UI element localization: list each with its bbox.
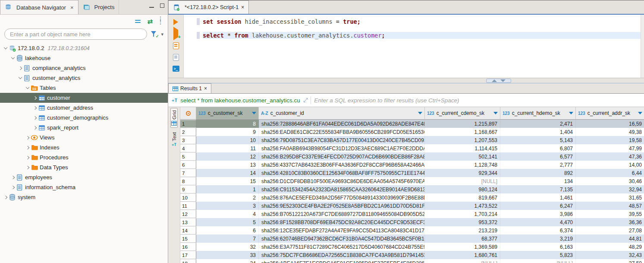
grid-cell[interactable]: sha256:EAD8E61C8C22E555834FBBA9B60556CB2… (259, 128, 425, 136)
chevron-right-icon[interactable] (32, 127, 38, 129)
grid-cell[interactable]: 5,143 (500, 136, 576, 144)
tree-item-customer-analytics[interactable]: customer_analytics (0, 73, 168, 83)
grid-cell[interactable]: 6,163 (500, 243, 576, 251)
grid-cell[interactable]: sha256:876ACE5EFED349A2D56F77D5084891433… (259, 193, 425, 202)
row-number[interactable]: 16 (180, 243, 196, 251)
row-number[interactable]: 6 (180, 161, 196, 169)
grid-cell[interactable]: 14 (196, 169, 259, 177)
grid-cell[interactable]: 13 (196, 161, 259, 169)
chevron-down-icon[interactable] (17, 77, 23, 79)
grid-cell[interactable]: 213,219 (425, 226, 500, 234)
table-row[interactable]: 18sha256:72888646ABF61FA044EDEC061D6DA5A… (180, 120, 644, 128)
grid-cell[interactable]: 9 (196, 128, 259, 136)
grid-cell[interactable]: 819,667 (425, 193, 500, 202)
chevron-right-icon[interactable] (10, 186, 16, 189)
table-row[interactable]: 29sha256:EAD8E61C8C22E555834FBBA9B60556C… (180, 128, 644, 136)
grid-cell[interactable]: 1,114,415 (425, 144, 500, 152)
view-menu-icon[interactable]: ⁞⁞ (160, 18, 162, 24)
tree-item-employees[interactable]: employees (0, 172, 168, 182)
grid-cell[interactable]: sha256:B295D8FC337E9E4FECD0725D907ACD6B6… (259, 152, 425, 161)
code-line[interactable] (184, 25, 641, 32)
grid-cell[interactable]: 68,377 (425, 234, 500, 243)
row-number[interactable]: 2 (180, 128, 196, 136)
execute-statement-icon[interactable] (173, 19, 178, 25)
grid-cell[interactable]: 953,372 (425, 218, 500, 226)
table-row[interactable]: 146sha256:12CE35EFDABF272A4A47E9FA9CC5D4… (180, 226, 644, 234)
chevron-right-icon[interactable] (25, 136, 31, 139)
grid-cell[interactable]: [NULL] (425, 259, 500, 263)
row-number[interactable]: 9 (180, 185, 196, 193)
tab-sql-script[interactable]: *<172.18.0.2> Script-1 × (168, 0, 249, 14)
grid-cell[interactable]: 1,404 (500, 128, 576, 136)
chevron-down-icon[interactable] (25, 87, 31, 89)
grid-cell[interactable]: sha256:75DC7FCB6686EDA72565C1B838CA7FC43… (259, 251, 425, 259)
grid-cell[interactable]: 39,55 (576, 210, 644, 218)
column-header-c_current_cdemo_sk[interactable]: 123c_current_cdemo_sk (425, 107, 500, 120)
table-row[interactable]: 815sha256:D1CDF8DBB10F500EA9693C86DE6DEA… (180, 177, 644, 185)
grid-cell[interactable]: 47,36 (576, 152, 644, 161)
grid-cell[interactable]: sha256:E3A77511F81C7289C76C4065217D5D406… (259, 243, 425, 251)
maximize-icon[interactable] (160, 3, 164, 8)
tree-item-customer-demographics[interactable]: customer_demographics (0, 113, 168, 123)
grid-cell[interactable]: 32 (196, 243, 259, 251)
grid-cell[interactable]: sha256:D1CDF8DBB10F500EA9693C86DE6DEAA05… (259, 177, 425, 185)
grid-cell[interactable]: 134 (500, 177, 576, 185)
chevron-down-icon[interactable] (3, 48, 9, 49)
tab-results-1[interactable]: Results 1 × (168, 83, 211, 93)
row-number[interactable]: 4 (180, 144, 196, 152)
row-number[interactable]: 5 (180, 152, 196, 161)
row-number[interactable]: 11 (180, 202, 196, 210)
grid-cell[interactable]: sha256:FA0ABB6943B98054FC31D12D3E3AEC689… (259, 144, 425, 152)
table-row[interactable]: 1834sha256:ABEA16E7E1ECBDCA6E01CE1095D84… (180, 259, 644, 263)
grid-cell[interactable]: 47,99 (576, 144, 644, 152)
row-number[interactable]: 12 (180, 210, 196, 218)
row-number[interactable]: 18 (180, 259, 196, 263)
collapse-down-icon[interactable] (500, 79, 506, 82)
link-with-editor-icon[interactable]: ⇄ (148, 18, 153, 25)
code-line[interactable]: select * from lakehouse.customer_analyti… (184, 32, 641, 39)
presentation-tab-grid[interactable]: Grid (170, 108, 178, 128)
chevron-right-icon[interactable] (25, 146, 31, 149)
grid-cell[interactable]: sha256:12CE35EFDABF272A4A47E9FA9CC5D4113… (259, 226, 425, 234)
presentation-tab-text[interactable]: Text «T (171, 130, 177, 149)
code-line[interactable]: set session hide_inaccessible_columns = … (184, 18, 641, 25)
row-number[interactable]: 10 (180, 193, 196, 202)
grid-cell[interactable]: 8 (196, 120, 259, 128)
chevron-right-icon[interactable] (32, 117, 38, 119)
grid-cell[interactable]: 1,473,522 (425, 202, 500, 210)
table-row[interactable]: 135sha256:8F1528BB708DF69EB475DC92A8C20E… (180, 218, 644, 226)
chevron-right-icon[interactable] (3, 196, 9, 199)
editor-scrollbar[interactable] (641, 15, 644, 78)
grid-cell[interactable]: 33 (196, 251, 259, 259)
grid-cell[interactable]: 19,58 (576, 136, 644, 144)
column-header-c_current_addr_sk[interactable]: 123c_current_addr_sk (576, 107, 644, 120)
grid-cell[interactable]: 15 (196, 177, 259, 185)
grid-cell[interactable]: [NULL] (500, 259, 576, 263)
open-sql-console-icon[interactable]: >_ (173, 66, 179, 72)
grid-cell[interactable]: 11 (196, 144, 259, 152)
table-row[interactable]: 124sha256:B705122120A673FC7DE6889727DB11… (180, 210, 644, 218)
sql-code-area[interactable]: set session hide_inaccessible_columns = … (184, 15, 641, 78)
grid-cell[interactable]: 44,81 (576, 234, 644, 243)
column-header-c_customer_sk[interactable]: 123c_customer_sk (196, 107, 259, 120)
grid-cell[interactable]: 6,374 (500, 226, 576, 234)
table-row[interactable]: 157sha256:620746BED947362BCD6CF31B0A4C54… (180, 234, 644, 243)
grid-cell[interactable]: sha256:620746BED947362BCD6CF31B0A4C547DD… (259, 234, 425, 243)
grid-cell[interactable]: 980,124 (425, 185, 500, 193)
grid-cell[interactable]: sha256:42810C83B0360CE125634F068BAF8FF75… (259, 169, 425, 177)
tree-item-spark-report[interactable]: spark_report (0, 123, 168, 133)
grid-cell[interactable]: [NULL] (425, 177, 500, 185)
grid-cell[interactable]: 14,00 (576, 161, 644, 169)
grid-cell[interactable]: 1,168,667 (425, 128, 500, 136)
table-row[interactable]: 1733sha256:75DC7FCB6686EDA72565C1B838CA7… (180, 251, 644, 259)
row-number[interactable]: 13 (180, 218, 196, 226)
grid-cell[interactable]: 2,471 (500, 120, 576, 128)
chevron-right-icon[interactable] (25, 156, 31, 159)
grid-cell[interactable]: 37,50 (576, 259, 644, 263)
grid-cell[interactable]: 10 (196, 136, 259, 144)
object-filter-input[interactable] (4, 29, 147, 40)
grid-cell[interactable]: 7 (196, 234, 259, 243)
tree-item-172-18-0-2[interactable]: 172.18.0.2172.18.0.2:31604 (0, 43, 168, 53)
grid-cell[interactable]: 12 (196, 152, 259, 161)
grid-cell[interactable]: sha256:B705122120A673FC7DE6889727DB11809… (259, 210, 425, 218)
